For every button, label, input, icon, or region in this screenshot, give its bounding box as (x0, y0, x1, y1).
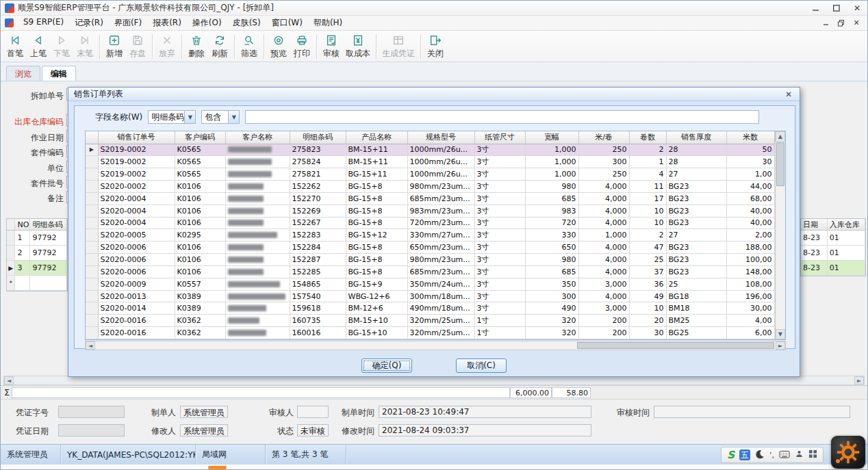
close-button[interactable]: ✕ (847, 1, 867, 15)
scroll-left-icon[interactable]: ◄ (4, 376, 14, 384)
scroll-right-icon[interactable]: ► (776, 341, 785, 350)
main-horizontal-scrollbar[interactable]: ◄ ► (3, 376, 865, 385)
column-header: 入库仓库 (828, 219, 865, 230)
menu-item-4[interactable]: 操作(O) (187, 16, 227, 30)
grid-row[interactable]: * (7, 276, 67, 291)
order-row[interactable]: ▶S2019-0002K0565275823BM-15+111000mm/26u… (86, 144, 774, 156)
orders-column-header[interactable]: 米数 (726, 131, 774, 144)
order-row[interactable]: S2020-0006K0106152287BG-15+8980mm/23um..… (86, 254, 774, 266)
field-name-select[interactable]: 明细条码 ▼ (148, 110, 196, 124)
moon-icon[interactable] (755, 449, 765, 461)
order-row[interactable]: S2019-0002K0565275824BM-15+111000mm/26u.… (86, 156, 774, 168)
detail-grid-left-fragment[interactable]: NO明细条码197792297792▶397792* (6, 218, 68, 291)
menu-item-1[interactable]: 记录(R) (69, 16, 109, 30)
child-close-button[interactable]: ✕ (850, 18, 863, 29)
tab-edit[interactable]: 编辑 (42, 66, 76, 81)
toolbar-button-cost[interactable]: 取成本 (343, 32, 373, 60)
orders-column-header[interactable]: 客户编码 (175, 131, 225, 144)
order-row[interactable]: S2020-0004K0106152269BG-15+8983mm/23um..… (86, 205, 774, 217)
order-row[interactable]: S2020-0004K0106152267BG-15+8720mm/23um..… (86, 217, 774, 229)
order-cell: 25 (666, 278, 726, 290)
orders-column-header[interactable]: 米/卷 (578, 131, 629, 144)
grid-row[interactable]: 197792 (7, 231, 67, 246)
toolbar-button-audit[interactable]: 审核 (320, 32, 343, 60)
toolbar-button-delete[interactable]: 删除 (185, 32, 208, 60)
dialog-titlebar[interactable]: 销售订单列表 ✕ (68, 88, 800, 101)
order-cell: 3寸 (474, 229, 525, 241)
scroll-down-icon[interactable]: ▼ (776, 329, 786, 339)
toolbar-button-preview[interactable]: 预览 (267, 32, 290, 60)
order-row[interactable]: S2020-0009K0557154865BG-15+9350mm/24um..… (86, 278, 774, 290)
wubi-input-icon[interactable]: 五 (739, 449, 750, 460)
orders-column-header[interactable]: 宽幅 (525, 131, 578, 144)
order-row[interactable]: S2019-0002K0565275821BG-15+111000mm/26u.… (86, 168, 774, 181)
scroll-right-icon[interactable]: ► (854, 376, 864, 384)
chevron-down-icon: ▼ (228, 111, 239, 123)
grid-row[interactable]: 8-2301 (801, 246, 865, 261)
menu-item-7[interactable]: 帮助(H) (308, 16, 348, 30)
menu-item-6[interactable]: 窗口(W) (266, 16, 308, 30)
toolbar-button-refresh[interactable]: 刷新 (208, 32, 231, 60)
menu-item-0[interactable]: S9 ERP(E) (18, 16, 69, 30)
menu-item-2[interactable]: 界面(F) (109, 16, 147, 30)
operator-select[interactable]: 包含 ▼ (201, 110, 240, 124)
toolbar-button-first[interactable]: 首笔 (3, 32, 27, 60)
order-row[interactable]: S2020-0004K0106152270BG-15+8685mm/23um..… (86, 192, 774, 205)
orders-column-header[interactable]: 明细条码 (290, 131, 346, 144)
toolbar-button-close[interactable]: 关闭 (424, 32, 447, 60)
child-restore-button[interactable] (834, 18, 848, 29)
orders-column-header[interactable]: 销售订单号 (98, 131, 175, 144)
order-row[interactable]: S2020-0002K0106152262BG-15+8980mm/23um..… (86, 181, 774, 193)
dialog-horizontal-scrollbar[interactable]: ◄ ► (85, 341, 786, 350)
hscroll-thumb[interactable] (577, 342, 774, 349)
ok-button[interactable]: 确定(Q) (361, 358, 412, 373)
orders-column-header[interactable]: 客户名称 (225, 131, 290, 144)
punctuation-icon[interactable]: ’, (769, 451, 774, 460)
vertical-scrollbar[interactable]: ▲ ▼ (775, 131, 786, 339)
toolbox-grid-icon[interactable] (808, 449, 817, 460)
maximize-button[interactable] (826, 1, 847, 15)
order-cell: BG23 (666, 254, 726, 266)
order-cell (225, 278, 290, 290)
orders-column-header[interactable]: 销售厚度 (666, 131, 726, 144)
scroll-left-icon[interactable]: ◄ (86, 341, 95, 350)
toolbar-button-add[interactable]: 新增 (103, 32, 126, 60)
toolbar-button-prev[interactable]: 上笔 (27, 32, 50, 60)
orders-column-header[interactable]: 规格型号 (407, 131, 474, 144)
grid-row[interactable]: 8-2301 (801, 231, 865, 246)
order-row[interactable]: S2020-0016K0362160735BM-15+10320mm/25um.… (86, 315, 774, 327)
tab-browse[interactable]: 浏览 (6, 66, 40, 81)
grid-row[interactable]: 297792 (7, 246, 67, 261)
order-row[interactable]: S2020-0016K0362160016BG-15+10320mm/25um.… (86, 327, 774, 339)
cancel-button[interactable]: 取消(C) (456, 358, 507, 373)
dialog-close-icon[interactable]: ✕ (783, 90, 794, 99)
order-row[interactable]: S2020-0006K0106152284BG-15+8650mm/23um..… (86, 241, 774, 254)
input-method-tray[interactable]: S 五 ’, (721, 447, 824, 463)
toolbar-button-filter[interactable]: 筛选 (238, 32, 261, 60)
filter-value-input[interactable] (245, 110, 759, 124)
order-row[interactable]: S2020-0013K0389157540WBG-12+6300mm/18um.… (86, 290, 774, 302)
order-cell: 40,00 (726, 205, 774, 217)
child-minimize-button[interactable] (819, 18, 833, 29)
toolbar-button-print[interactable]: 打印 (290, 32, 314, 60)
order-row[interactable]: S2020-0006K0106152285BG-15+8685mm/23um..… (86, 265, 774, 278)
grid-row[interactable]: ▶397792 (7, 261, 67, 276)
keyboard-icon[interactable] (779, 449, 790, 461)
toolbar: 首笔上笔下笔末笔新增存盘放弃删除刷新筛选预览打印审核取成本生成凭证关闭 (1, 31, 867, 62)
floating-gear-widget[interactable] (831, 436, 865, 469)
detail-grid-right-fragment[interactable]: 日期入库仓库8-23018-23018-2301 (800, 218, 866, 276)
order-row[interactable]: S2020-0014K0389159618BM-12+6490mm/18um..… (86, 302, 774, 315)
user-icon[interactable] (795, 449, 804, 460)
menu-item-3[interactable]: 报表(R) (147, 16, 187, 30)
vscroll-thumb[interactable] (776, 142, 785, 186)
sogou-input-icon[interactable]: S (727, 449, 735, 461)
审核人-label: 审核人 (258, 407, 294, 419)
orders-column-header[interactable]: 产品名称 (346, 131, 407, 144)
order-row[interactable]: S2020-0005K0295152283BG-15+12330mm/27um.… (86, 229, 774, 241)
minimize-button[interactable] (806, 1, 826, 15)
orders-column-header[interactable]: 卷数 (629, 131, 666, 144)
menu-item-5[interactable]: 皮肤(S) (227, 16, 266, 30)
grid-row[interactable]: 8-2301 (801, 261, 865, 276)
orders-column-header[interactable]: 纸管尺寸 (474, 131, 525, 144)
scroll-up-icon[interactable]: ▲ (776, 131, 786, 142)
